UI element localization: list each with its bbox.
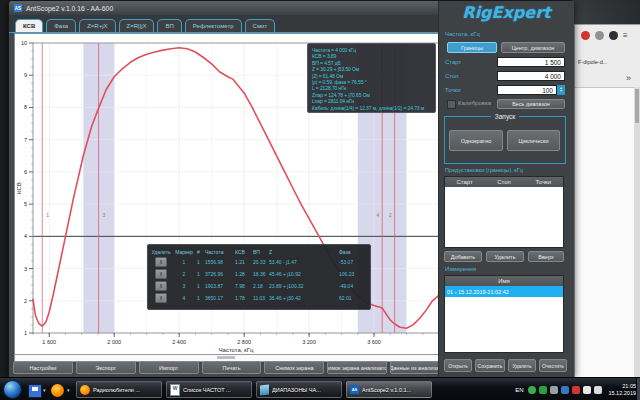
marker-cell: 1 [173, 259, 195, 265]
svg-text:3: 3 [24, 266, 27, 272]
save-quick-launch-icon[interactable] [28, 384, 42, 398]
tab-Смит[interactable]: Смит [245, 19, 276, 32]
marker-header-cell: Маркер [173, 249, 195, 255]
marker-cell: 1 [197, 295, 203, 301]
browser-scrollbar[interactable] [634, 87, 640, 377]
gray-ext-icon[interactable] [595, 31, 604, 40]
measurement-save-button[interactable]: Сохранить [475, 359, 505, 372]
marker-delete-button[interactable]: X [155, 269, 167, 279]
swr-chart[interactable]: 123456789101 6002 0002 4002 8003 2003 60… [14, 33, 442, 355]
center-span-mode-button[interactable]: Центр, диапазон [501, 42, 565, 53]
marker-header-cell: Частота [205, 249, 233, 255]
taskbar-task-book-icon[interactable]: ДИАПАЗОНЫ ЧА... [256, 381, 342, 398]
clock[interactable]: 21:05 15.12.2019 [608, 383, 636, 396]
preset-add-button[interactable]: Добавить [444, 251, 482, 262]
book-icon [260, 384, 269, 395]
taskbar-task-word-doc-icon[interactable]: WСписок ЧАСТОТ ... [166, 381, 252, 398]
red-badge-icon[interactable] [581, 31, 590, 40]
measurements-header: Имя [445, 278, 563, 284]
preset-up-button[interactable]: Вверх [528, 251, 564, 262]
run-group-title: Запуск [491, 113, 519, 120]
toolbar-button[interactable]: Снимок экрана анализатора [327, 361, 387, 374]
marker-cell: 1556.98 [205, 259, 233, 265]
stop-label: Стоп [445, 73, 459, 79]
language-indicator[interactable]: EN [515, 387, 523, 393]
marker-delete-button[interactable]: X [155, 257, 167, 267]
phone-icon[interactable] [539, 386, 547, 394]
start-input[interactable]: 1 500 [497, 57, 565, 67]
red-alert-icon[interactable] [572, 386, 580, 394]
dark-ext-icon[interactable] [609, 31, 618, 40]
marker-number-label: 1 [46, 212, 49, 218]
svg-text:4: 4 [24, 233, 27, 239]
bounds-mode-button[interactable]: Границы [447, 42, 497, 53]
tab-Рефлектометр[interactable]: Рефлектометр [185, 19, 242, 32]
measurement-open-button[interactable]: Открыть [444, 359, 472, 372]
marker-cell: 11.03 [253, 295, 267, 301]
points-input[interactable]: 100 [497, 85, 557, 95]
green-status-icon[interactable] [528, 386, 536, 394]
taskbar-task-antscope-icon[interactable]: ASAntScope2 v.1.0.1... [346, 381, 432, 398]
bookmark-label[interactable]: F-dipole-d... [578, 59, 607, 65]
network-icon[interactable] [594, 386, 602, 394]
blue-app-icon[interactable] [561, 386, 569, 394]
measurement-clear-button[interactable]: Очистить [539, 359, 567, 372]
marker-delete-button[interactable]: X [155, 293, 167, 303]
dropdown-arrow-icon[interactable]: ▾ [43, 387, 46, 393]
points-spinner[interactable]: ▲▼ [557, 85, 565, 95]
tab-Z=R+jX[interactable]: Z=R+jX [79, 19, 115, 32]
toolbar-button[interactable]: Настройки [13, 361, 73, 374]
toolbar-button[interactable]: Импорт [139, 361, 199, 374]
tab-КСВ[interactable]: КСВ [15, 19, 43, 32]
marker-header-cell: Удалить [151, 249, 171, 255]
marker-number-label: 2 [389, 212, 392, 218]
svg-text:2 000: 2 000 [107, 339, 121, 345]
marker-cell: 53.40 - j1.47 [269, 259, 337, 265]
marker-header-cell: # [197, 249, 203, 255]
taskbar-task-firefox-icon[interactable]: Радиолюбители ... [76, 381, 162, 398]
marker-cell: 62.01 [339, 295, 363, 301]
run-cyclic-button[interactable]: Циклически [507, 130, 560, 151]
preset-delete-button[interactable]: Удалить [486, 251, 524, 262]
dropdown-arrow-icon[interactable]: ▾ [67, 387, 70, 393]
browser-page [575, 87, 640, 378]
marker-cell: 1.78 [235, 295, 251, 301]
marker-cell: 1903.87 [205, 283, 233, 289]
marker-cell: 45.46 + j10.92 [269, 271, 337, 277]
antscope-icon: AS [350, 385, 359, 394]
marker-delete-button[interactable]: X [155, 281, 167, 291]
volume-icon[interactable] [583, 386, 591, 394]
background-browser-window[interactable]: ≡ F-dipole-d... » [574, 24, 640, 379]
svg-text:3 600: 3 600 [367, 339, 381, 345]
run-single-button[interactable]: Однократно [449, 130, 503, 151]
calibration-checkbox[interactable] [447, 100, 456, 109]
tab-ВП[interactable]: ВП [157, 19, 181, 32]
svg-text:10: 10 [21, 40, 27, 46]
gray-status-icon[interactable] [550, 386, 558, 394]
presets-table[interactable]: СтартСтопТочки [444, 176, 564, 248]
marker-table-header: УдалитьМаркер#ЧастотаКСВВПZФаза [151, 247, 367, 256]
tab-Фаза[interactable]: Фаза [46, 19, 76, 32]
toolbar-button[interactable]: Снимок экрана [264, 361, 324, 374]
full-range-button[interactable]: Весь диапазон [497, 99, 565, 109]
show-desktop-button[interactable] [636, 378, 640, 400]
toolbar-button[interactable]: Печать [202, 361, 262, 374]
menu-icon[interactable]: ≡ [623, 31, 628, 40]
marker-header-cell: ВП [253, 249, 267, 255]
toolbar-button[interactable]: Экспорт [76, 361, 136, 374]
control-panel: RigExpert Частота, кГц Границы Центр, ди… [438, 1, 574, 378]
task-label: AntScope2 v.1.0.1... [362, 387, 411, 393]
marker-cell: 3650.17 [205, 295, 233, 301]
firefox-quick-launch-icon[interactable] [51, 384, 64, 397]
svg-text:1: 1 [24, 330, 27, 336]
svg-text:2 400: 2 400 [172, 339, 186, 345]
measurement-delete-button[interactable]: Удалить [508, 359, 536, 372]
stop-input[interactable]: 4 000 [497, 71, 565, 81]
desktop-background: ≡ F-dipole-d... » AS AntScope2 v.1.0.16 … [0, 0, 640, 400]
measurements-table[interactable]: Имя 01 › 15.12.2019-21:02:42 [444, 275, 564, 353]
measurement-row-selected[interactable]: 01 › 15.12.2019-21:02:42 [445, 286, 563, 297]
bookmarks-overflow-chevron[interactable]: » [626, 73, 631, 83]
tab-Z=R||jX[interactable]: Z=R||jX [119, 19, 155, 32]
start-button[interactable] [3, 380, 22, 399]
svg-text:7: 7 [24, 137, 27, 143]
